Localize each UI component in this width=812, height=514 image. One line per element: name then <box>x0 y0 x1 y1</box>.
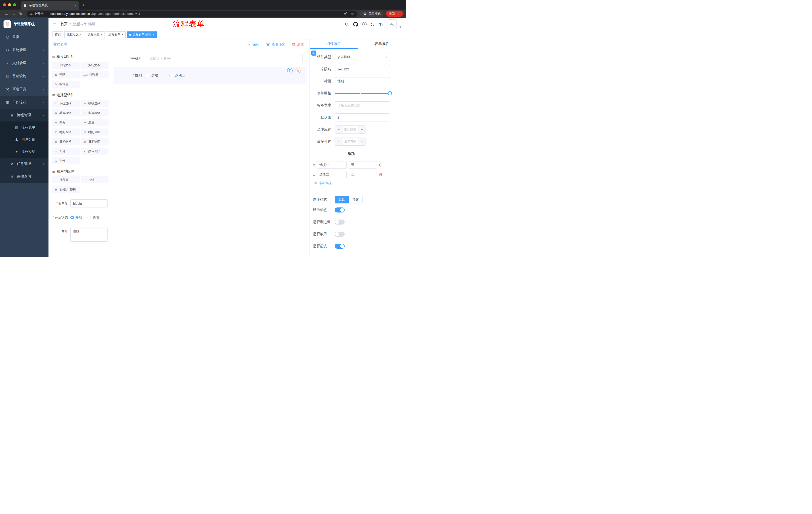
component-upload[interactable]: ↥上传 <box>52 157 80 164</box>
sidebar-item-user-group[interactable]: ♟ 用户分组 <box>0 134 49 145</box>
component-counter[interactable]: 123计数器 <box>81 71 109 78</box>
sidebar-item-payment-management[interactable]: ¥ 支付管理 ∨ <box>0 57 49 70</box>
tag-close-icon[interactable]: × <box>80 33 82 36</box>
form-remark-textarea[interactable]: 嘿嘿 <box>70 227 108 242</box>
save-button[interactable]: ✓ 保存 <box>248 42 260 47</box>
stepper-placeholder[interactable]: 最多可选 <box>343 138 358 145</box>
label-width-input[interactable] <box>335 101 390 109</box>
style-button-button[interactable]: 按钮 <box>349 196 362 204</box>
stepper-plus-icon[interactable]: + <box>358 138 366 145</box>
tag-close-icon[interactable]: × <box>101 33 103 36</box>
component-table-wip[interactable]: ▦表格[开发中] <box>52 186 80 193</box>
password-key-icon[interactable] <box>343 12 347 16</box>
component-row-container[interactable]: ◫行容器 <box>52 176 80 183</box>
component-radio-group[interactable]: ◉单选框组 <box>52 109 80 116</box>
phone-field-row[interactable]: *手机号 <box>114 54 307 63</box>
sidebar-item-process-form[interactable]: ▤ 流程表单 <box>0 121 49 134</box>
component-time-picker[interactable]: ◴时间选择 <box>52 129 80 136</box>
border-switch[interactable] <box>335 219 345 224</box>
checkbox-option-2[interactable]: 选项二 <box>169 73 185 78</box>
stepper-minus-icon[interactable]: − <box>335 138 343 145</box>
doc-link-icon[interactable] <box>311 51 316 56</box>
gender-field-row-selected[interactable]: *性别 选项一 选项二 <box>114 66 307 84</box>
fullscreen-icon[interactable] <box>371 22 375 26</box>
avatar[interactable] <box>387 19 397 29</box>
tag-home[interactable]: 首页 <box>53 31 63 38</box>
view-json-button[interactable]: 查看json <box>266 42 285 47</box>
search-icon[interactable] <box>345 22 349 26</box>
window-zoom-button[interactable] <box>13 3 16 6</box>
drag-handle-icon[interactable]: ≡ <box>313 163 315 167</box>
back-icon[interactable]: ← <box>3 11 10 16</box>
tag-process-definition[interactable]: 流程定义 × <box>64 31 84 38</box>
default-value-input[interactable] <box>335 113 390 121</box>
component-button[interactable]: ☞按钮 <box>81 176 109 183</box>
slider-handle[interactable] <box>388 91 392 95</box>
option-value-input[interactable] <box>349 161 377 169</box>
component-date-picker[interactable]: ▦日期选择 <box>52 138 80 145</box>
add-option-button[interactable]: ⊕ 添加选项 <box>314 181 390 185</box>
browser-menu-kebab-icon[interactable]: ⋮ <box>397 12 401 16</box>
sidebar-item-process-management[interactable]: ≣ 流程管理 ∧ <box>0 109 49 121</box>
option-label-input[interactable] <box>317 171 347 178</box>
phone-input[interactable] <box>146 54 303 63</box>
option-label-input[interactable] <box>317 161 347 169</box>
radio-disabled[interactable]: 关闭 <box>87 215 99 220</box>
font-size-icon[interactable]: TT <box>379 22 383 26</box>
window-close-button[interactable] <box>3 3 6 6</box>
component-color-picker[interactable]: ◐颜色选择 <box>81 147 109 155</box>
remove-option-icon[interactable]: ⊖ <box>379 172 383 177</box>
avatar-caret-down-icon[interactable]: ▾ <box>400 25 401 29</box>
show-label-switch[interactable] <box>335 208 345 213</box>
stepper-placeholder[interactable]: 至少应选 <box>343 126 358 133</box>
component-switch[interactable]: ⊷开关 <box>52 119 80 126</box>
component-editor[interactable]: ✎编辑器 <box>52 81 80 88</box>
drag-handle-icon[interactable]: ≡ <box>313 172 315 177</box>
sidebar-item-dev-tools[interactable]: ⚒ 研发工具 ∨ <box>0 83 49 96</box>
field-name-input[interactable] <box>335 65 390 73</box>
tab-close-icon[interactable]: × <box>75 3 76 7</box>
form-grid-slider[interactable] <box>335 89 390 97</box>
title-input[interactable] <box>335 77 390 85</box>
sidebar-item-system-management[interactable]: ⚙ 系统管理 ∨ <box>0 44 49 57</box>
component-time-range[interactable]: ◷时间范围 <box>81 129 109 136</box>
component-checkbox-group[interactable]: ☑多选框组 <box>81 109 109 116</box>
component-type-select[interactable]: 多选框组 ∨ <box>335 53 390 61</box>
sidebar-item-workflow[interactable]: ▣ 工作流程 ∧ <box>0 96 49 109</box>
tab-component-props[interactable]: 组件属性 <box>310 39 358 49</box>
component-slider[interactable]: ⊶滑块 <box>81 119 109 126</box>
new-tab-button[interactable]: + <box>82 2 85 8</box>
reload-icon[interactable]: ↻ <box>17 11 24 16</box>
component-cascader[interactable]: ⋔级联选择 <box>81 100 109 107</box>
clear-button[interactable]: 清空 <box>292 42 304 47</box>
tag-close-icon[interactable]: × <box>122 33 123 36</box>
tag-process-form[interactable]: 流程表单 × <box>106 31 126 38</box>
form-name-input[interactable] <box>70 199 108 208</box>
tag-process-model[interactable]: 流程模型 × <box>85 31 105 38</box>
style-default-button[interactable]: 默认 <box>335 196 349 204</box>
browser-tab[interactable]: 芋道管理系统 × <box>21 1 79 9</box>
radio-enabled[interactable]: 开启 <box>70 215 82 220</box>
copy-field-button[interactable] <box>287 68 293 74</box>
browser-update-button[interactable]: 更新 ⋮ <box>386 10 403 17</box>
remove-option-icon[interactable]: ⊖ <box>379 163 383 167</box>
component-date-range[interactable]: ▩日期范围 <box>81 138 109 145</box>
sidebar-item-home[interactable]: ◎ 首页 <box>0 30 49 44</box>
delete-field-button[interactable] <box>295 68 300 74</box>
component-rate[interactable]: ☆评分 <box>52 147 80 155</box>
component-single-line-text[interactable]: ▭单行文本 <box>52 62 80 69</box>
sidebar-item-infrastructure[interactable]: ▤ 基础设施 ∨ <box>0 70 49 83</box>
component-dropdown-select[interactable]: ⊙下拉选择 <box>52 100 80 107</box>
security-warning-icon[interactable]: ⚠ <box>30 12 33 15</box>
window-minimize-button[interactable] <box>8 3 11 6</box>
required-switch[interactable] <box>335 244 345 249</box>
github-icon[interactable] <box>353 22 358 27</box>
tag-close-icon[interactable]: × <box>153 33 154 36</box>
tag-process-form-edit[interactable]: 流程表单-编辑 × <box>127 31 157 38</box>
component-multi-line-text[interactable]: ≡多行文本 <box>81 62 109 69</box>
sidebar-item-process-model[interactable]: ➤ 流程模型 <box>0 145 49 158</box>
tab-form-props[interactable]: 表单属性 <box>358 39 406 49</box>
sidebar-toggle-icon[interactable]: ≡ <box>49 21 61 27</box>
stepper-minus-icon[interactable]: − <box>335 126 343 133</box>
sidebar-item-task-management[interactable]: ⋔ 任务管理 ∨ <box>0 158 49 170</box>
